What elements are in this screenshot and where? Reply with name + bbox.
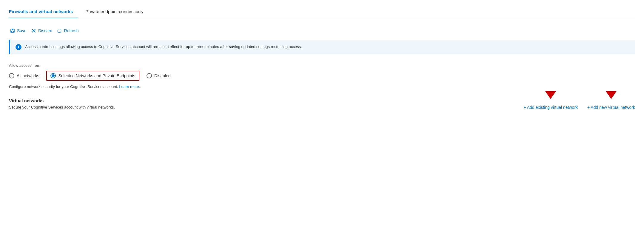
- vnet-actions: + Add existing virtual network + Add new…: [523, 105, 635, 110]
- save-icon: [10, 28, 15, 33]
- arrow-existing-icon: [545, 91, 556, 99]
- helper-text: Configure network security for your Cogn…: [9, 84, 635, 90]
- radio-circle-disabled: [147, 73, 152, 78]
- radio-label-disabled: Disabled: [154, 73, 170, 78]
- radio-circle-selected: [50, 73, 56, 78]
- radio-label-all: All networks: [17, 73, 39, 78]
- info-icon: i: [16, 44, 21, 50]
- radio-all-networks[interactable]: All networks: [9, 73, 39, 78]
- save-label: Save: [17, 28, 27, 33]
- svg-rect-3: [12, 31, 13, 32]
- page-container: Firewalls and virtual networks Private e…: [0, 0, 644, 226]
- add-existing-arrow-container: + Add existing virtual network: [523, 105, 578, 110]
- save-button[interactable]: Save: [9, 27, 30, 34]
- access-radio-group: All networks Selected Networks and Priva…: [9, 71, 635, 81]
- add-new-arrow-container: + Add new virtual network: [587, 105, 635, 110]
- add-new-link[interactable]: + Add new virtual network: [587, 105, 635, 110]
- refresh-button[interactable]: Refresh: [56, 27, 82, 34]
- radio-circle-all: [9, 73, 14, 78]
- radio-selected-networks[interactable]: Selected Networks and Private Endpoints: [46, 71, 139, 81]
- access-section: Allow access from All networks Selected …: [9, 63, 635, 90]
- tabs-bar: Firewalls and virtual networks Private e…: [9, 6, 635, 18]
- vnet-title: Virtual networks: [9, 98, 635, 103]
- tab-firewalls[interactable]: Firewalls and virtual networks: [9, 6, 78, 18]
- vnet-description: Secure your Cognitive Services account w…: [9, 105, 523, 109]
- discard-label: Discard: [38, 28, 52, 33]
- learn-more-link[interactable]: Learn more.: [119, 84, 140, 89]
- access-section-label: Allow access from: [9, 63, 635, 68]
- radio-label-selected: Selected Networks and Private Endpoints: [58, 73, 135, 78]
- info-message: Access control settings allowing access …: [25, 44, 302, 50]
- virtual-networks-section: Virtual networks Secure your Cognitive S…: [9, 98, 635, 110]
- info-banner: i Access control settings allowing acces…: [9, 40, 635, 54]
- refresh-icon: [57, 28, 62, 33]
- discard-icon: [31, 28, 36, 33]
- discard-button[interactable]: Discard: [30, 27, 56, 34]
- arrow-new-icon: [606, 91, 617, 99]
- vnet-row: Secure your Cognitive Services account w…: [9, 105, 635, 110]
- radio-disabled[interactable]: Disabled: [147, 73, 170, 78]
- svg-rect-1: [12, 29, 13, 30]
- add-existing-link[interactable]: + Add existing virtual network: [523, 105, 578, 110]
- refresh-label: Refresh: [64, 28, 78, 33]
- toolbar: Save Discard Refresh: [9, 24, 635, 40]
- tab-private-endpoints[interactable]: Private endpoint connections: [85, 6, 148, 18]
